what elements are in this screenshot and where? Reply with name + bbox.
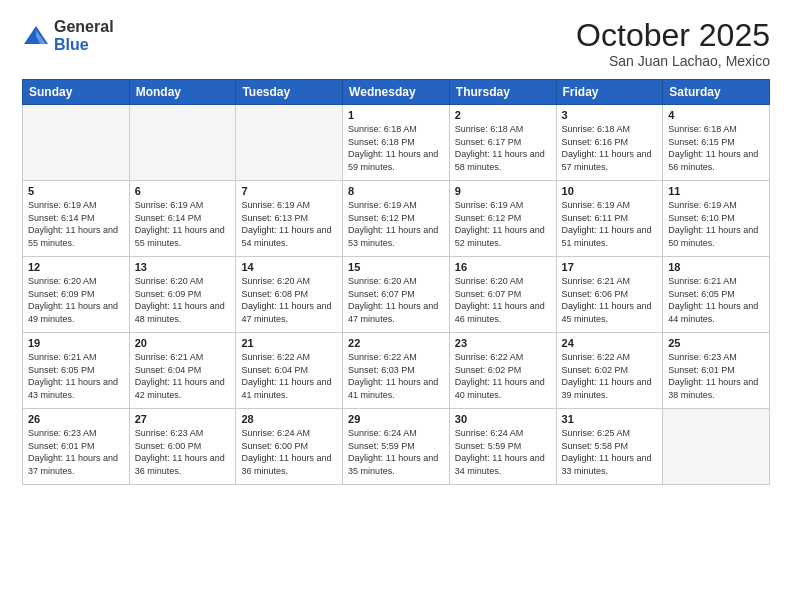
calendar-cell: 27Sunrise: 6:23 AMSunset: 6:00 PMDayligh…	[129, 409, 236, 485]
calendar-cell	[129, 105, 236, 181]
weekday-header-thursday: Thursday	[449, 80, 556, 105]
calendar-cell: 22Sunrise: 6:22 AMSunset: 6:03 PMDayligh…	[343, 333, 450, 409]
calendar-cell: 13Sunrise: 6:20 AMSunset: 6:09 PMDayligh…	[129, 257, 236, 333]
day-number: 15	[348, 261, 444, 273]
day-info: Sunrise: 6:23 AMSunset: 6:00 PMDaylight:…	[135, 427, 231, 477]
day-info: Sunrise: 6:20 AMSunset: 6:09 PMDaylight:…	[28, 275, 124, 325]
day-number: 7	[241, 185, 337, 197]
day-info: Sunrise: 6:25 AMSunset: 5:58 PMDaylight:…	[562, 427, 658, 477]
week-row-3: 19Sunrise: 6:21 AMSunset: 6:05 PMDayligh…	[23, 333, 770, 409]
day-info: Sunrise: 6:18 AMSunset: 6:15 PMDaylight:…	[668, 123, 764, 173]
calendar-cell: 30Sunrise: 6:24 AMSunset: 5:59 PMDayligh…	[449, 409, 556, 485]
calendar-cell: 24Sunrise: 6:22 AMSunset: 6:02 PMDayligh…	[556, 333, 663, 409]
day-number: 24	[562, 337, 658, 349]
day-number: 8	[348, 185, 444, 197]
day-number: 21	[241, 337, 337, 349]
day-number: 28	[241, 413, 337, 425]
day-number: 4	[668, 109, 764, 121]
calendar-cell: 31Sunrise: 6:25 AMSunset: 5:58 PMDayligh…	[556, 409, 663, 485]
day-number: 31	[562, 413, 658, 425]
calendar-cell: 11Sunrise: 6:19 AMSunset: 6:10 PMDayligh…	[663, 181, 770, 257]
day-number: 22	[348, 337, 444, 349]
day-info: Sunrise: 6:19 AMSunset: 6:12 PMDaylight:…	[455, 199, 551, 249]
calendar-cell: 17Sunrise: 6:21 AMSunset: 6:06 PMDayligh…	[556, 257, 663, 333]
day-number: 12	[28, 261, 124, 273]
day-info: Sunrise: 6:21 AMSunset: 6:06 PMDaylight:…	[562, 275, 658, 325]
calendar-cell	[663, 409, 770, 485]
calendar-cell: 23Sunrise: 6:22 AMSunset: 6:02 PMDayligh…	[449, 333, 556, 409]
calendar-table: SundayMondayTuesdayWednesdayThursdayFrid…	[22, 79, 770, 485]
day-number: 23	[455, 337, 551, 349]
day-info: Sunrise: 6:21 AMSunset: 6:05 PMDaylight:…	[28, 351, 124, 401]
day-number: 6	[135, 185, 231, 197]
day-number: 16	[455, 261, 551, 273]
calendar-cell: 2Sunrise: 6:18 AMSunset: 6:17 PMDaylight…	[449, 105, 556, 181]
week-row-0: 1Sunrise: 6:18 AMSunset: 6:18 PMDaylight…	[23, 105, 770, 181]
calendar-cell: 25Sunrise: 6:23 AMSunset: 6:01 PMDayligh…	[663, 333, 770, 409]
calendar-cell: 15Sunrise: 6:20 AMSunset: 6:07 PMDayligh…	[343, 257, 450, 333]
day-info: Sunrise: 6:19 AMSunset: 6:12 PMDaylight:…	[348, 199, 444, 249]
day-number: 27	[135, 413, 231, 425]
calendar-cell: 12Sunrise: 6:20 AMSunset: 6:09 PMDayligh…	[23, 257, 130, 333]
day-info: Sunrise: 6:24 AMSunset: 6:00 PMDaylight:…	[241, 427, 337, 477]
calendar-cell: 28Sunrise: 6:24 AMSunset: 6:00 PMDayligh…	[236, 409, 343, 485]
calendar-cell: 14Sunrise: 6:20 AMSunset: 6:08 PMDayligh…	[236, 257, 343, 333]
weekday-header-monday: Monday	[129, 80, 236, 105]
day-info: Sunrise: 6:18 AMSunset: 6:16 PMDaylight:…	[562, 123, 658, 173]
calendar-cell: 1Sunrise: 6:18 AMSunset: 6:18 PMDaylight…	[343, 105, 450, 181]
weekday-header-sunday: Sunday	[23, 80, 130, 105]
day-number: 13	[135, 261, 231, 273]
calendar-cell: 18Sunrise: 6:21 AMSunset: 6:05 PMDayligh…	[663, 257, 770, 333]
calendar-cell: 3Sunrise: 6:18 AMSunset: 6:16 PMDaylight…	[556, 105, 663, 181]
day-number: 3	[562, 109, 658, 121]
calendar-cell: 21Sunrise: 6:22 AMSunset: 6:04 PMDayligh…	[236, 333, 343, 409]
day-number: 19	[28, 337, 124, 349]
calendar-cell: 26Sunrise: 6:23 AMSunset: 6:01 PMDayligh…	[23, 409, 130, 485]
day-number: 9	[455, 185, 551, 197]
logo-general: General	[54, 18, 114, 36]
logo-blue: Blue	[54, 36, 114, 54]
day-info: Sunrise: 6:19 AMSunset: 6:11 PMDaylight:…	[562, 199, 658, 249]
location: San Juan Lachao, Mexico	[576, 53, 770, 69]
day-info: Sunrise: 6:19 AMSunset: 6:13 PMDaylight:…	[241, 199, 337, 249]
day-number: 26	[28, 413, 124, 425]
day-info: Sunrise: 6:20 AMSunset: 6:09 PMDaylight:…	[135, 275, 231, 325]
calendar-cell: 10Sunrise: 6:19 AMSunset: 6:11 PMDayligh…	[556, 181, 663, 257]
logo: General Blue	[22, 18, 114, 53]
day-info: Sunrise: 6:22 AMSunset: 6:03 PMDaylight:…	[348, 351, 444, 401]
day-info: Sunrise: 6:18 AMSunset: 6:17 PMDaylight:…	[455, 123, 551, 173]
calendar-cell: 4Sunrise: 6:18 AMSunset: 6:15 PMDaylight…	[663, 105, 770, 181]
day-info: Sunrise: 6:20 AMSunset: 6:07 PMDaylight:…	[348, 275, 444, 325]
day-info: Sunrise: 6:24 AMSunset: 5:59 PMDaylight:…	[455, 427, 551, 477]
day-number: 29	[348, 413, 444, 425]
calendar-cell: 5Sunrise: 6:19 AMSunset: 6:14 PMDaylight…	[23, 181, 130, 257]
day-info: Sunrise: 6:22 AMSunset: 6:02 PMDaylight:…	[562, 351, 658, 401]
week-row-1: 5Sunrise: 6:19 AMSunset: 6:14 PMDaylight…	[23, 181, 770, 257]
day-number: 1	[348, 109, 444, 121]
day-number: 20	[135, 337, 231, 349]
calendar-cell	[23, 105, 130, 181]
day-info: Sunrise: 6:21 AMSunset: 6:04 PMDaylight:…	[135, 351, 231, 401]
calendar-cell: 7Sunrise: 6:19 AMSunset: 6:13 PMDaylight…	[236, 181, 343, 257]
day-info: Sunrise: 6:21 AMSunset: 6:05 PMDaylight:…	[668, 275, 764, 325]
day-number: 25	[668, 337, 764, 349]
header: General Blue October 2025 San Juan Lacha…	[22, 18, 770, 69]
day-info: Sunrise: 6:23 AMSunset: 6:01 PMDaylight:…	[668, 351, 764, 401]
day-number: 2	[455, 109, 551, 121]
week-row-4: 26Sunrise: 6:23 AMSunset: 6:01 PMDayligh…	[23, 409, 770, 485]
day-number: 11	[668, 185, 764, 197]
day-info: Sunrise: 6:22 AMSunset: 6:04 PMDaylight:…	[241, 351, 337, 401]
day-number: 14	[241, 261, 337, 273]
day-info: Sunrise: 6:20 AMSunset: 6:08 PMDaylight:…	[241, 275, 337, 325]
day-info: Sunrise: 6:24 AMSunset: 5:59 PMDaylight:…	[348, 427, 444, 477]
day-number: 17	[562, 261, 658, 273]
calendar-cell: 8Sunrise: 6:19 AMSunset: 6:12 PMDaylight…	[343, 181, 450, 257]
weekday-header-saturday: Saturday	[663, 80, 770, 105]
logo-text: General Blue	[54, 18, 114, 53]
weekday-header-row: SundayMondayTuesdayWednesdayThursdayFrid…	[23, 80, 770, 105]
day-number: 10	[562, 185, 658, 197]
calendar-cell: 6Sunrise: 6:19 AMSunset: 6:14 PMDaylight…	[129, 181, 236, 257]
day-number: 30	[455, 413, 551, 425]
weekday-header-wednesday: Wednesday	[343, 80, 450, 105]
month-title: October 2025	[576, 18, 770, 53]
